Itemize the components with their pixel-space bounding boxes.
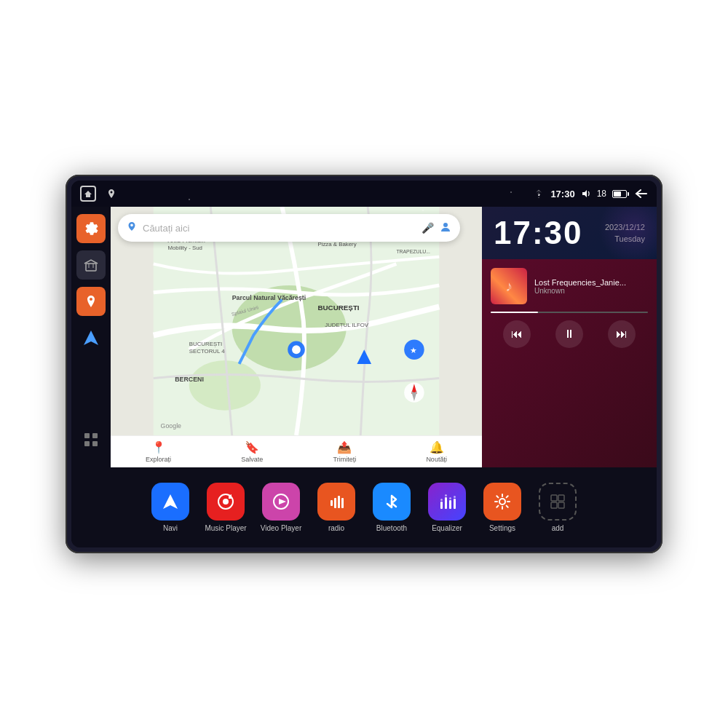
- svg-rect-34: [440, 499, 443, 501]
- music-widget: Lost Frequencies_Janie... Unknown ⏮ ⏸ ⏭: [482, 259, 657, 467]
- music-progress-bar[interactable]: [491, 312, 648, 313]
- send-label: Trimiteți: [333, 456, 357, 463]
- radio-icon: [317, 483, 355, 521]
- clock-day-value: Tuesday: [605, 233, 645, 245]
- news-label: Noutăți: [426, 456, 447, 463]
- svg-point-7: [189, 360, 261, 411]
- sidebar-grid-icon[interactable]: [76, 425, 106, 454]
- music-player-label: Music Player: [205, 524, 246, 532]
- map-search-bar[interactable]: Căutați aici 🎤: [118, 214, 460, 242]
- svg-rect-44: [551, 502, 557, 508]
- app-add[interactable]: add: [536, 483, 579, 532]
- map-nav-send[interactable]: 📤 Trimiteți: [333, 440, 357, 463]
- svg-rect-0: [86, 264, 96, 271]
- back-icon[interactable]: [635, 189, 648, 199]
- sidebar-box-icon[interactable]: [76, 250, 106, 280]
- svg-rect-35: [445, 497, 447, 509]
- main-content: AXIS Premium Mobility - Sud Pizza & Bake…: [71, 207, 657, 467]
- pause-button[interactable]: ⏸: [555, 320, 583, 348]
- map-nav-saved[interactable]: 🔖 Salvate: [241, 440, 263, 463]
- account-icon[interactable]: [440, 221, 451, 235]
- bluetooth-label: Bluetooth: [376, 524, 407, 532]
- svg-rect-30: [334, 498, 336, 508]
- svg-text:BUCUREȘTI: BUCUREȘTI: [189, 341, 222, 347]
- svg-text:BUCUREȘTI: BUCUREȘTI: [317, 304, 359, 312]
- music-track-info: Lost Frequencies_Janie... Unknown: [534, 278, 648, 295]
- svg-text:BERCENI: BERCENI: [175, 376, 204, 383]
- svg-text:JUDEȚUL ILFOV: JUDEȚUL ILFOV: [325, 322, 369, 328]
- clock-date: 2023/12/12 Tuesday: [605, 221, 645, 245]
- saved-icon: 🔖: [245, 440, 259, 454]
- prev-button[interactable]: ⏮: [503, 320, 531, 348]
- svg-text:Pizza & Bakery: Pizza & Bakery: [317, 241, 356, 248]
- home-button[interactable]: [80, 186, 96, 202]
- explore-icon: 📍: [151, 440, 166, 454]
- svg-text:Google: Google: [161, 422, 182, 430]
- center-area: AXIS Premium Mobility - Sud Pizza & Bake…: [111, 207, 482, 467]
- radio-label: radio: [328, 524, 344, 532]
- map-bottom-nav: 📍 Explorați 🔖 Salvate 📤 Trimiteți 🔔 Nout…: [111, 435, 482, 467]
- map-nav-news[interactable]: 🔔 Noutăți: [426, 440, 447, 463]
- sidebar-nav-icon[interactable]: [76, 323, 106, 352]
- app-bluetooth[interactable]: Bluetooth: [370, 483, 414, 532]
- svg-text:SECTORUL 4: SECTORUL 4: [189, 348, 225, 355]
- svg-rect-45: [558, 502, 564, 508]
- svg-rect-4: [92, 441, 98, 446]
- screen: 17:30 18: [71, 181, 657, 547]
- svg-rect-2: [92, 433, 98, 438]
- wifi-icon: [533, 189, 545, 198]
- clock-time: 17:30: [494, 217, 583, 249]
- app-equalizer[interactable]: Equalizer: [425, 483, 469, 532]
- svg-rect-36: [445, 494, 447, 496]
- svg-point-41: [499, 499, 505, 505]
- svg-rect-37: [449, 500, 451, 509]
- settings-icon: [483, 483, 521, 521]
- car-headunit-device: 17:30 18: [66, 175, 662, 553]
- app-radio[interactable]: radio: [314, 483, 358, 532]
- music-artist: Unknown: [534, 287, 648, 295]
- maps-button[interactable]: [103, 186, 119, 202]
- svg-rect-29: [331, 500, 333, 506]
- svg-point-9: [292, 345, 301, 354]
- svg-rect-40: [454, 496, 456, 498]
- album-art: [491, 268, 527, 304]
- music-player-icon: [207, 483, 245, 521]
- clock-date-value: 2023/12/12: [605, 221, 645, 234]
- app-navi[interactable]: Navi: [149, 483, 192, 532]
- volume-icon: [581, 189, 591, 198]
- settings-label: Settings: [489, 524, 515, 532]
- video-player-icon: [262, 483, 300, 521]
- svg-rect-31: [338, 496, 340, 508]
- music-controls: ⏮ ⏸ ⏭: [491, 320, 648, 348]
- next-button[interactable]: ⏭: [608, 320, 636, 348]
- explore-label: Explorați: [146, 456, 171, 463]
- navi-label: Navi: [163, 524, 178, 532]
- add-label: add: [552, 524, 564, 532]
- battery-icon: [612, 190, 629, 198]
- map-nav-explore[interactable]: 📍 Explorați: [146, 440, 171, 463]
- clock-widget: 17:30 2023/12/12 Tuesday: [482, 207, 657, 259]
- map-container[interactable]: AXIS Premium Mobility - Sud Pizza & Bake…: [111, 207, 482, 435]
- album-art-inner: [491, 268, 527, 304]
- saved-label: Salvate: [241, 456, 263, 463]
- app-music-player[interactable]: Music Player: [204, 483, 248, 532]
- app-settings[interactable]: Settings: [480, 483, 524, 532]
- svg-text:Mobility - Sud: Mobility - Sud: [167, 245, 202, 251]
- equalizer-label: Equalizer: [432, 524, 462, 532]
- right-panel: 17:30 2023/12/12 Tuesday Los: [482, 207, 657, 467]
- svg-rect-3: [84, 441, 90, 446]
- app-video-player[interactable]: Video Player: [259, 483, 303, 532]
- app-grid-area: Navi Music Player: [71, 467, 657, 547]
- bluetooth-icon: [373, 483, 411, 521]
- map-search-placeholder: Căutați aici: [143, 223, 416, 234]
- svg-rect-43: [558, 495, 564, 501]
- svg-rect-33: [440, 502, 443, 509]
- sidebar-settings-icon[interactable]: [76, 214, 106, 243]
- video-player-label: Video Player: [261, 524, 302, 532]
- mic-icon[interactable]: 🎤: [422, 222, 434, 234]
- sidebar-map-icon[interactable]: [76, 287, 106, 316]
- music-progress-fill: [491, 312, 538, 313]
- svg-rect-38: [449, 497, 451, 499]
- svg-rect-42: [551, 495, 557, 501]
- svg-rect-32: [341, 498, 344, 508]
